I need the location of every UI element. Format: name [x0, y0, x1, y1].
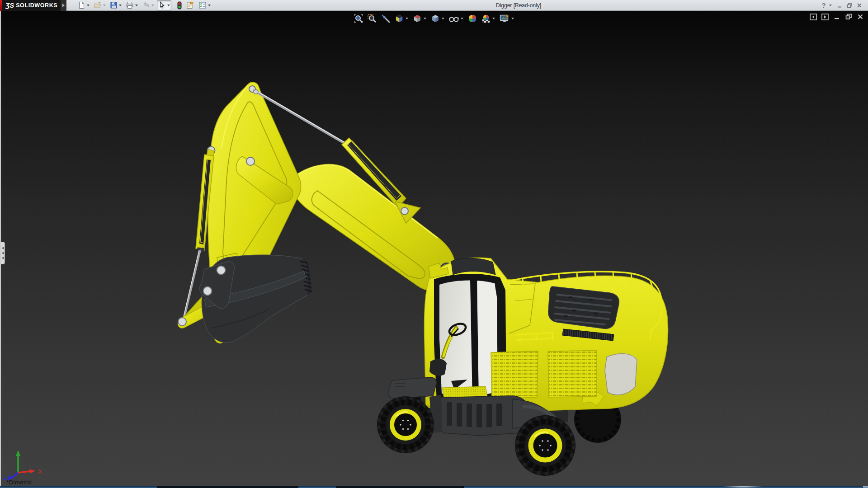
restore-button[interactable]: [844, 0, 854, 10]
display-style-caret[interactable]: [442, 18, 444, 19]
new-file-icon: [78, 1, 85, 9]
collapse-arrow-icon: [2, 257, 4, 259]
options-icon: [198, 1, 207, 9]
save-dropdown-caret[interactable]: [119, 5, 122, 6]
triad-x-label: X: [38, 468, 42, 475]
apply-scene-button[interactable]: [480, 13, 497, 24]
save-icon: [110, 1, 118, 9]
select-tool-button[interactable]: [157, 0, 171, 10]
file-properties-button[interactable]: [185, 0, 196, 10]
doc-restore-button[interactable]: [844, 13, 854, 21]
undo-button[interactable]: [141, 0, 156, 10]
select-dropdown-caret[interactable]: [167, 5, 170, 6]
open-file-button[interactable]: [92, 0, 107, 10]
heads-up-view-toolbar: [352, 13, 516, 24]
taskbar-button[interactable]: [157, 486, 298, 488]
doc-minimize-icon: [834, 14, 840, 20]
open-dropdown-caret[interactable]: [103, 5, 106, 6]
new-dropdown-caret[interactable]: [87, 5, 90, 6]
window-title: Digger [Read-only]: [496, 2, 541, 9]
taskbar-edge[interactable]: [0, 486, 868, 488]
view-settings-icon: [500, 14, 509, 23]
expand-left-pane-icon: [810, 14, 817, 20]
hide-show-items-caret[interactable]: [461, 18, 463, 19]
previous-view-button[interactable]: [379, 13, 392, 24]
taskbar-button[interactable]: [336, 486, 464, 488]
doc-minimize-button[interactable]: [832, 13, 842, 21]
view-settings-button[interactable]: [498, 13, 516, 24]
view-orientation-caret[interactable]: [424, 18, 426, 19]
zoom-to-area-button[interactable]: [366, 13, 378, 24]
select-cursor-icon: [158, 1, 166, 9]
open-file-icon: [94, 1, 102, 9]
excavator-model[interactable]: [0, 11, 868, 486]
view-orientation-button[interactable]: [411, 13, 428, 24]
rear-right-wheel: [515, 415, 576, 476]
bucket: [200, 255, 312, 343]
edit-appearance-button[interactable]: [466, 13, 479, 24]
apply-scene-icon: [481, 14, 491, 23]
close-button[interactable]: [854, 0, 864, 10]
options-button[interactable]: [197, 0, 212, 10]
menu-flyout-arrow[interactable]: [61, 0, 66, 11]
taskbar-highlight: [713, 486, 772, 488]
show-desktop-button[interactable]: [862, 486, 868, 488]
section-view-icon: [395, 14, 404, 23]
collapse-arrow-icon: [2, 247, 4, 249]
solidworks-logo-text: SOLIDWORKS: [16, 2, 57, 9]
undo-icon: [142, 1, 150, 9]
previous-view-icon: [381, 14, 390, 23]
view-orientation-label: *Dimetric: [6, 479, 32, 486]
view-orientation-icon: [413, 14, 422, 23]
options-dropdown-caret[interactable]: [208, 5, 211, 6]
expand-right-pane-button[interactable]: [820, 13, 830, 21]
print-dropdown-caret[interactable]: [135, 5, 138, 6]
expand-left-pane-button[interactable]: [808, 13, 818, 21]
logo-red-stripe: [0, 0, 2, 11]
edit-appearance-icon: [468, 14, 477, 23]
help-button[interactable]: ?: [819, 0, 829, 10]
display-style-button[interactable]: [429, 13, 446, 24]
file-properties-icon: [186, 1, 194, 9]
flyout-arrow-icon: [62, 4, 65, 7]
solidworks-app: ƷS SOLIDWORKS: [0, 0, 868, 488]
print-button[interactable]: [124, 0, 139, 10]
new-file-button[interactable]: [76, 0, 91, 10]
rebuild-traffic-light-icon: [177, 1, 182, 9]
doc-close-button[interactable]: [855, 13, 865, 21]
minimize-icon: [837, 3, 842, 8]
zoom-to-area-icon: [368, 14, 377, 23]
hide-show-items-icon: [449, 14, 459, 23]
doc-close-icon: [857, 14, 863, 20]
save-button[interactable]: [108, 0, 123, 10]
titlebar-controls: ?: [819, 0, 864, 11]
section-view-caret[interactable]: [406, 18, 408, 19]
standard-toolbar: [76, 0, 213, 11]
hide-show-items-button[interactable]: [447, 13, 465, 24]
zoom-to-fit-button[interactable]: [352, 13, 365, 24]
help-dropdown-caret[interactable]: [829, 5, 832, 6]
front-left-wheel: [377, 396, 434, 453]
restore-icon: [847, 3, 853, 8]
document-window-controls: [807, 13, 865, 21]
title-bar: ƷS SOLIDWORKS: [0, 0, 868, 11]
undo-dropdown-caret[interactable]: [151, 5, 154, 6]
feature-tree-collapsed-tab[interactable]: [1, 242, 5, 264]
doc-restore-icon: [845, 14, 852, 20]
minimize-button[interactable]: [835, 0, 844, 10]
solidworks-logo: ƷS SOLIDWORKS: [0, 0, 61, 11]
expand-right-pane-icon: [821, 14, 829, 20]
help-icon: ?: [822, 2, 826, 9]
graphics-viewport[interactable]: X Z *Dimetric: [0, 11, 868, 486]
zoom-to-fit-icon: [354, 14, 363, 23]
apply-scene-caret[interactable]: [492, 18, 495, 19]
close-icon: [857, 3, 862, 8]
display-style-icon: [431, 14, 440, 23]
collapse-arrow-icon: [2, 252, 4, 254]
solidworks-logo-mark: ƷS: [5, 1, 14, 9]
print-icon: [126, 1, 134, 9]
rebuild-button[interactable]: [175, 0, 184, 10]
section-view-button[interactable]: [393, 13, 410, 24]
view-settings-caret[interactable]: [511, 18, 514, 19]
